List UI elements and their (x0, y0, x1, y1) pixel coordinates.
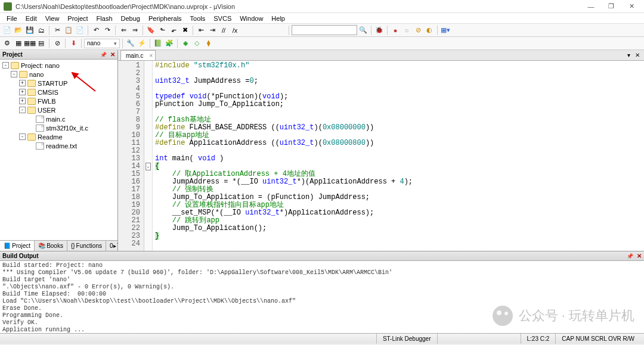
tree-item[interactable]: -Project: nano (0, 61, 117, 70)
tree-toggle-icon[interactable]: + (19, 80, 26, 86)
menu-view[interactable]: View (41, 14, 64, 23)
pack-installer-icon[interactable]: ◆ (180, 38, 191, 49)
indent-left-icon[interactable]: ⇤ (196, 25, 206, 36)
cut-icon[interactable]: ✂ (52, 25, 63, 36)
tree-item[interactable]: -Readme (0, 132, 117, 141)
code-lines[interactable]: #include "stm32f10x.h"uint32_t JumpAddre… (153, 61, 644, 251)
tree-toggle-icon[interactable]: - (19, 107, 26, 113)
maximize-button[interactable]: ❐ (602, 1, 620, 12)
tree-label: USER (38, 107, 56, 114)
tree-item[interactable]: +STARTUP (0, 79, 117, 88)
code-editor[interactable]: 123456789101112131415161718192021222324 … (118, 61, 644, 251)
window-layout-icon[interactable]: ▦▾ (440, 25, 451, 36)
copy-icon[interactable]: 📋 (63, 25, 74, 36)
rebuild-icon[interactable]: ▦▦ (24, 38, 35, 49)
nav-back-icon[interactable]: ⇐ (118, 25, 129, 36)
tree-toggle-icon[interactable]: + (19, 89, 26, 95)
debug-icon[interactable]: 🐞 (374, 25, 385, 36)
menu-edit[interactable]: Edit (21, 14, 41, 23)
menu-help[interactable]: Help (267, 14, 289, 23)
status-debugger: ST-Link Debugger (376, 334, 437, 344)
undo-icon[interactable]: ↶ (91, 25, 101, 36)
target-options-icon[interactable]: ⚡ (137, 38, 147, 49)
comment-icon[interactable]: // (218, 25, 229, 36)
translate-icon[interactable]: ⚙ (2, 38, 13, 49)
menu-flash[interactable]: Flash (92, 14, 117, 23)
tree-toggle-icon[interactable]: - (2, 62, 9, 69)
tree-item[interactable]: stm32f10x_it.c (0, 123, 117, 132)
panel-tab-project[interactable]: 📘Project (0, 241, 35, 251)
menu-file[interactable]: File (2, 14, 21, 23)
project-tree[interactable]: -Project: nano-nano+STARTUP+CMSIS+FWLB-U… (0, 60, 117, 240)
minimize-button[interactable]: — (582, 1, 600, 12)
batch-build-icon[interactable]: ▤ (36, 38, 47, 49)
new-file-icon[interactable]: 📄 (2, 25, 13, 36)
tree-label: readme.txt (46, 142, 77, 150)
uncomment-icon[interactable]: /x (230, 25, 240, 36)
nav-fwd-icon[interactable]: ⇒ (129, 25, 140, 36)
save-icon[interactable]: 💾 (24, 25, 35, 36)
editor-area: main.c × ▾ ✕ 123456789101112131415161718… (118, 50, 644, 251)
paste-icon[interactable]: 📄 (75, 25, 85, 36)
target-select[interactable]: nano (84, 39, 120, 48)
breakpoint-disable-icon[interactable]: ○ (401, 25, 412, 36)
tree-item[interactable]: main.c (0, 114, 117, 123)
breakpoint-icon[interactable]: ● (390, 25, 401, 36)
redo-icon[interactable]: ↷ (102, 25, 113, 36)
build-panel-title: Build Output (2, 253, 39, 259)
tree-item[interactable]: readme.txt (0, 141, 117, 150)
stop-build-icon[interactable]: ⊘ (52, 38, 63, 49)
project-panel-tabs: 📘Project📚Books{}Functions0▸Templates (0, 240, 117, 251)
menu-project[interactable]: Project (63, 14, 92, 23)
pin-icon[interactable]: 📌 (627, 253, 633, 259)
editor-dropdown-icon[interactable]: ▾ (626, 52, 632, 58)
menu-svcs[interactable]: SVCS (209, 14, 236, 23)
build-icon[interactable]: ▦ (13, 38, 24, 49)
tree-item[interactable]: -nano (0, 70, 117, 79)
window-title: C:\Users\Noah\Desktop\test\bootloader\Pr… (16, 3, 582, 10)
open-file-icon[interactable]: 📂 (13, 25, 24, 36)
menu-debug[interactable]: Debug (117, 14, 144, 23)
menu-peripherals[interactable]: Peripherals (144, 14, 186, 23)
editor-close-icon[interactable]: ✕ (633, 52, 642, 58)
download-icon[interactable]: ⬇ (68, 38, 79, 49)
bookmark-clear-icon[interactable]: ✖ (179, 25, 190, 36)
indent-right-icon[interactable]: ⇥ (207, 25, 218, 36)
tree-item[interactable]: +CMSIS (0, 88, 117, 97)
system-analyzer-icon[interactable]: ⧫ (203, 38, 213, 49)
breakpoint-enable-icon[interactable]: ◐ (424, 25, 435, 36)
event-recorder-icon[interactable]: ◇ (191, 38, 202, 49)
fold-toggle-icon[interactable]: - (145, 163, 151, 170)
pin-icon[interactable]: 📌 (100, 52, 107, 58)
panel-close-icon[interactable]: ✕ (110, 51, 115, 58)
folder-icon (27, 98, 36, 105)
tree-item[interactable]: -USER (0, 105, 117, 114)
project-panel-header: Project 📌 ✕ (0, 50, 117, 60)
bookmark-prev-icon[interactable]: ⬑ (157, 25, 168, 36)
panel-close-icon[interactable]: ✕ (637, 253, 642, 259)
panel-tab-books[interactable]: 📚Books (35, 241, 67, 251)
manage-rtos-icon[interactable]: 📗 (153, 38, 163, 49)
file-tab-main[interactable]: main.c × (120, 50, 156, 60)
tree-toggle-icon[interactable]: + (19, 98, 26, 104)
tree-item[interactable]: +FWLB (0, 97, 117, 105)
save-all-icon[interactable]: 🗂 (36, 25, 47, 36)
tree-label: FWLB (38, 98, 56, 105)
bookmark-icon[interactable]: 🔖 (145, 25, 156, 36)
panel-tab-functions[interactable]: {}Functions (67, 241, 106, 251)
tree-toggle-icon[interactable]: - (19, 133, 26, 140)
main-area: Project 📌 ✕ -Project: nano-nano+STARTUP+… (0, 50, 644, 251)
folder-icon (27, 89, 36, 96)
bookmark-next-icon[interactable]: ⬐ (168, 25, 179, 36)
manage-components-icon[interactable]: 🧩 (164, 38, 175, 49)
close-button[interactable]: ✕ (623, 1, 640, 12)
tab-close-icon[interactable]: × (150, 52, 153, 59)
build-output-text[interactable]: Build started: Project: nano *** Using C… (0, 261, 644, 333)
breakpoint-kill-icon[interactable]: ⊘ (413, 25, 423, 36)
menu-window[interactable]: Window (236, 14, 267, 23)
options-icon[interactable]: 🔧 (125, 38, 136, 49)
tree-toggle-icon[interactable]: - (11, 71, 17, 77)
menu-tools[interactable]: Tools (186, 14, 210, 23)
find-combo[interactable] (292, 25, 357, 35)
find-icon[interactable]: 🔍 (358, 25, 369, 36)
